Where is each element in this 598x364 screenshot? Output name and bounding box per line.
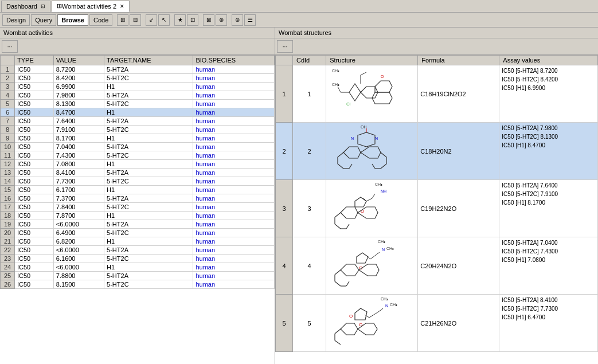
table-row[interactable]: 24 IC50 <6.0000 H1 human — [1, 263, 275, 272]
icon-btn-9[interactable]: ⊜ — [232, 14, 243, 26]
col-species[interactable]: BIO.SPECIES — [193, 56, 275, 65]
table-row[interactable]: 25 IC50 7.8800 5-HT2A human — [1, 272, 275, 280]
structure-row[interactable]: 1 1 CH₃ Cl O CH₃ C18H19ClN2O2 IC50 [5-HT… — [276, 65, 598, 123]
table-row[interactable]: 23 IC50 6.1600 5-HT2C human — [1, 255, 275, 263]
row-number: 21 — [1, 237, 15, 246]
table-row[interactable]: 20 IC50 6.4900 5-HT2C human — [1, 229, 275, 237]
cell-target: H1 — [104, 83, 193, 91]
left-panel-title: Wombat activities — [0, 28, 275, 38]
table-row[interactable]: 14 IC50 7.7300 5-HT2C human — [1, 177, 275, 186]
icon-btn-3[interactable]: ↙ — [146, 14, 157, 26]
query-button[interactable]: Query — [31, 14, 56, 26]
right-dots-button[interactable]: ··· — [277, 40, 293, 53]
table-row[interactable]: 8 IC50 7.9100 5-HT2C human — [1, 126, 275, 134]
cell-assay-values: IC50 [5-HT2A] 7.6400IC50 [5-HT2C] 7.9100… — [499, 180, 598, 237]
cell-species: human — [193, 74, 275, 83]
table-row[interactable]: 13 IC50 8.4100 5-HT2A human — [1, 169, 275, 177]
scol-num — [276, 56, 293, 65]
col-type[interactable]: TYPE — [15, 56, 54, 65]
cell-species: human — [193, 272, 275, 280]
cell-cdid: 5 — [293, 295, 326, 352]
cell-value: 6.1700 — [53, 186, 104, 194]
cell-target: 5-HT2C — [104, 177, 193, 186]
cell-target: 5-HT2C — [104, 203, 193, 212]
svg-line-55 — [335, 281, 341, 286]
scol-assay[interactable]: Assay values — [499, 56, 598, 65]
right-table-wrapper[interactable]: CdId Structure Formula Assay values 1 1 … — [275, 55, 598, 364]
svg-line-46 — [375, 252, 380, 256]
svg-line-32 — [366, 198, 372, 201]
table-row[interactable]: 21 IC50 6.8200 H1 human — [1, 237, 275, 246]
cell-species: human — [193, 143, 275, 151]
table-row[interactable]: 9 IC50 8.1700 H1 human — [1, 134, 275, 143]
cell-target: H1 — [104, 212, 193, 220]
structure-row[interactable]: 3 3 CH₃ NH O C19H22N2O IC50 [5-HT2A] 7.6… — [276, 180, 598, 237]
table-row[interactable]: 6 IC50 8.4700 H1 human — [1, 108, 275, 117]
table-row[interactable]: 1 IC50 8.7200 5-HT2A human — [1, 65, 275, 74]
table-row[interactable]: 15 IC50 6.1700 H1 human — [1, 186, 275, 194]
row-number: 26 — [1, 280, 15, 289]
row-number: 2 — [1, 74, 15, 83]
icon-btn-8[interactable]: ⊛ — [216, 14, 227, 26]
structure-row[interactable]: 4 4 CH₃ N CH₃ O C20H24N2O IC50 [5-HT2A] … — [276, 237, 598, 295]
table-row[interactable]: 4 IC50 7.9800 5-HT2A human — [1, 91, 275, 100]
cell-formula: C18H19ClN2O2 — [418, 65, 499, 123]
cell-target: 5-HT2A — [104, 194, 193, 203]
svg-text:NH: NH — [381, 189, 386, 193]
right-panel-title: Wombat structures — [275, 28, 598, 38]
cell-species: human — [193, 108, 275, 117]
svg-line-63 — [369, 315, 374, 318]
table-row[interactable]: 11 IC50 7.4300 5-HT2C human — [1, 151, 275, 160]
col-value[interactable]: VALUE — [53, 56, 104, 65]
table-row[interactable]: 19 IC50 <6.0000 5-HT2A human — [1, 220, 275, 229]
table-row[interactable]: 10 IC50 7.0400 5-HT2A human — [1, 143, 275, 151]
tab-dashboard[interactable]: Dashboard ⊡ — [1, 1, 50, 12]
wombat-tab-label: Wombat activities 2 — [62, 3, 116, 10]
wombat-tab-close[interactable]: ✕ — [120, 3, 124, 9]
table-row[interactable]: 12 IC50 7.0800 H1 human — [1, 160, 275, 169]
dashboard-tab-pin[interactable]: ⊡ — [41, 3, 45, 9]
design-button[interactable]: Design — [2, 14, 30, 26]
table-row[interactable]: 5 IC50 8.1300 5-HT2C human — [1, 100, 275, 108]
row-number: 24 — [1, 263, 15, 272]
svg-line-64 — [365, 315, 369, 318]
cell-target: H1 — [104, 108, 193, 117]
icon-btn-2[interactable]: ⊟ — [130, 14, 141, 26]
structure-row-number: 1 — [276, 65, 293, 123]
svg-text:CH₃: CH₃ — [378, 240, 385, 244]
left-table-wrapper[interactable]: TYPE VALUE TARGET.NAME BIO.SPECIES 1 IC5… — [0, 55, 275, 364]
scol-formula[interactable]: Formula — [418, 56, 499, 65]
svg-text:N: N — [385, 304, 388, 308]
structure-row[interactable]: 2 2 OH N N C18H20N2 IC50 [5-HT2A] 7.9800… — [276, 123, 598, 180]
col-target[interactable]: TARGET.NAME — [104, 56, 193, 65]
scol-cdid[interactable]: CdId — [293, 56, 326, 65]
structure-image-cell: CH₃ NH O — [326, 180, 418, 237]
icon-btn-4[interactable]: ↖ — [158, 14, 170, 26]
left-dots-button[interactable]: ··· — [2, 40, 18, 53]
icon-btn-1[interactable]: ⊞ — [117, 14, 128, 26]
table-row[interactable]: 3 IC50 6.9900 H1 human — [1, 83, 275, 91]
table-row[interactable]: 16 IC50 7.3700 5-HT2A human — [1, 194, 275, 203]
cell-type: IC50 — [15, 126, 54, 134]
table-row[interactable]: 22 IC50 <6.0000 5-HT2A human — [1, 246, 275, 255]
structure-row[interactable]: 5 5 CH₃ N CH₃ O O C21H26N2O IC50 [5-HT2A… — [276, 295, 598, 352]
browse-button[interactable]: Browse — [57, 14, 88, 26]
table-row[interactable]: 17 IC50 7.8400 5-HT2C human — [1, 203, 275, 212]
assay-line: IC50 [5-HT2A] 7.9800 — [502, 124, 595, 132]
icon-btn-6[interactable]: ⊡ — [187, 14, 198, 26]
scol-structure[interactable]: Structure — [326, 56, 418, 65]
tab-wombat-activities[interactable]: ⊞ Wombat activities 2 ✕ — [52, 1, 130, 12]
icon-btn-7[interactable]: ⊠ — [203, 14, 214, 26]
table-row[interactable]: 7 IC50 7.6400 5-HT2A human — [1, 117, 275, 126]
assay-line: IC50 [5-HT2A] 8.4100 — [502, 296, 595, 304]
row-number: 16 — [1, 194, 15, 203]
code-button[interactable]: Code — [89, 14, 112, 26]
svg-line-6 — [361, 72, 366, 75]
table-row[interactable]: 18 IC50 7.8700 H1 human — [1, 212, 275, 220]
cell-value: 6.9900 — [53, 83, 104, 91]
icon-btn-10[interactable]: ☰ — [244, 14, 256, 26]
svg-line-23 — [349, 164, 352, 169]
table-row[interactable]: 2 IC50 8.4200 5-HT2C human — [1, 74, 275, 83]
table-row[interactable]: 26 IC50 8.1500 5-HT2C human — [1, 280, 275, 289]
icon-btn-5[interactable]: ★ — [174, 14, 186, 26]
